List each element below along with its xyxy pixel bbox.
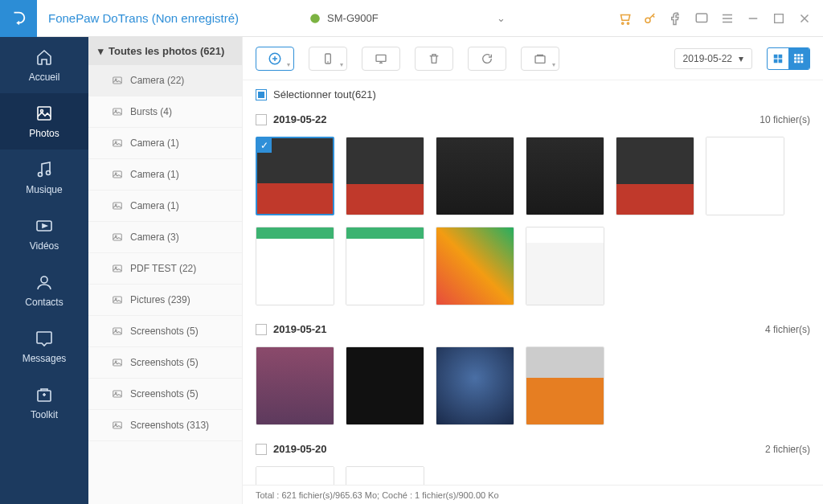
view-large-button[interactable] — [768, 48, 788, 69]
nav-icon — [35, 385, 54, 404]
nav-item-contacts[interactable]: Contacts — [0, 262, 88, 318]
thumbnail[interactable] — [346, 346, 424, 425]
nav-item-photos[interactable]: Photos — [0, 93, 88, 150]
nav-label: Contacts — [25, 297, 63, 308]
thumbnail-grid — [256, 460, 810, 485]
folder-item[interactable]: Camera (1) — [88, 159, 242, 191]
thumbnail-image — [706, 137, 784, 215]
nav-item-toolkit[interactable]: Toolkit — [0, 375, 88, 431]
svg-point-11 — [41, 277, 47, 283]
minimize-icon[interactable] — [746, 11, 760, 26]
folder-item[interactable]: Bursts (4) — [88, 96, 242, 128]
feedback-icon[interactable] — [694, 11, 709, 26]
date-label: 2019-05-21 — [273, 323, 327, 335]
thumbnail[interactable] — [346, 466, 424, 485]
nav-label: Photos — [29, 128, 59, 139]
folder-item[interactable]: PDF TEST (22) — [88, 253, 242, 285]
thumbnail[interactable] — [436, 137, 514, 215]
nav-item-messages[interactable]: Messages — [0, 318, 88, 375]
folder-item[interactable]: Screenshots (313) — [88, 410, 242, 441]
folder-item[interactable]: Screenshots (5) — [88, 316, 242, 347]
select-all-row[interactable]: Sélectionner tout(621) — [243, 80, 823, 109]
thumbnail[interactable] — [526, 346, 604, 425]
thumbnail-image — [436, 137, 514, 215]
thumbnail[interactable] — [346, 137, 424, 215]
thumbnail-image — [436, 347, 514, 424]
export-phone-button[interactable]: ▾ — [309, 47, 347, 71]
thumbnail[interactable] — [256, 227, 334, 305]
nav-item-accueil[interactable]: Accueil — [0, 37, 88, 93]
thumbnail[interactable] — [526, 227, 604, 305]
view-small-button[interactable] — [788, 48, 809, 69]
sidebar-nav: AccueilPhotosMusiqueVidéosContactsMessag… — [0, 37, 88, 504]
thumbnail-image — [256, 347, 334, 424]
image-icon — [111, 420, 124, 431]
tree-header-label: Toutes les photos (621) — [109, 45, 224, 57]
thumbnail-image — [256, 467, 334, 485]
svg-rect-50 — [800, 57, 803, 59]
view-toggle — [767, 47, 810, 70]
add-button[interactable]: ▾ — [256, 47, 294, 71]
nav-item-musique[interactable]: Musique — [0, 150, 88, 206]
file-count: 10 fichier(s) — [760, 114, 810, 125]
thumbnail[interactable] — [256, 466, 334, 485]
svg-rect-29 — [113, 328, 122, 334]
nav-icon — [35, 47, 54, 67]
date-group-header[interactable]: 2019-05-214 fichier(s) — [256, 318, 810, 340]
thumbnail[interactable] — [436, 227, 514, 305]
folder-label: Screenshots (5) — [130, 326, 199, 337]
refresh-button[interactable] — [468, 47, 506, 71]
thumbnail-image — [616, 137, 694, 215]
folder-item[interactable]: Camera (3) — [88, 222, 242, 253]
export-pc-button[interactable] — [362, 47, 400, 71]
thumbnail[interactable] — [616, 137, 694, 215]
date-filter[interactable]: 2019-05-22▾ — [674, 48, 752, 69]
thumbnail[interactable] — [526, 137, 604, 215]
thumbnail[interactable] — [346, 227, 424, 305]
thumbnail[interactable] — [256, 346, 334, 425]
svg-point-3 — [645, 18, 650, 23]
image-icon — [111, 326, 124, 337]
image-icon — [111, 388, 124, 400]
cart-icon[interactable] — [617, 11, 632, 26]
thumbnail[interactable]: ✓ — [256, 137, 334, 215]
folder-label: Bursts (4) — [130, 106, 172, 117]
image-icon — [111, 169, 124, 180]
folder-item[interactable]: Camera (1) — [88, 128, 242, 159]
svg-rect-13 — [113, 77, 122, 84]
folder-item[interactable]: Screenshots (5) — [88, 379, 242, 410]
facebook-icon[interactable] — [669, 11, 683, 26]
thumbnail[interactable] — [436, 346, 514, 425]
date-label: 2019-05-22 — [273, 113, 327, 125]
thumbnail-image — [526, 137, 604, 215]
tree-header[interactable]: ▾ Toutes les photos (621) — [88, 37, 242, 65]
album-button[interactable]: ▾ — [521, 47, 559, 71]
svg-rect-27 — [113, 297, 122, 303]
folder-item[interactable]: Screenshots (5) — [88, 347, 242, 379]
nav-item-vidéos[interactable]: Vidéos — [0, 206, 88, 262]
folder-item[interactable]: Pictures (239) — [88, 285, 242, 316]
close-icon[interactable] — [797, 11, 812, 26]
svg-rect-52 — [797, 60, 800, 63]
checkbox-icon — [256, 324, 267, 335]
thumbnail-image — [346, 347, 424, 424]
check-icon: ✓ — [257, 138, 272, 153]
delete-button[interactable] — [415, 47, 453, 71]
device-selector[interactable]: SM-G900F ⌄ — [303, 9, 512, 27]
file-count: 4 fichier(s) — [765, 324, 810, 335]
thumbnail[interactable] — [706, 137, 784, 215]
thumbnail-grid — [256, 340, 810, 438]
svg-rect-23 — [113, 234, 122, 240]
svg-rect-47 — [800, 54, 803, 56]
folder-item[interactable]: Camera (22) — [88, 65, 242, 96]
svg-rect-46 — [797, 54, 800, 56]
date-group-header[interactable]: 2019-05-2210 fichier(s) — [256, 109, 810, 130]
date-group-header[interactable]: 2019-05-202 fichier(s) — [256, 438, 810, 460]
nav-label: Accueil — [29, 72, 60, 83]
menu-icon[interactable] — [720, 11, 735, 26]
folder-label: Screenshots (5) — [130, 388, 199, 400]
maximize-icon[interactable] — [772, 11, 786, 26]
select-all-label: Sélectionner tout(621) — [273, 88, 376, 100]
folder-item[interactable]: Camera (1) — [88, 191, 242, 222]
key-icon[interactable] — [643, 11, 657, 26]
